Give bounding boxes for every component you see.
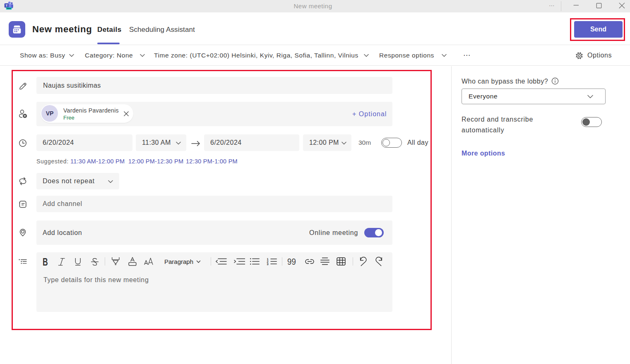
svg-text:NEW: NEW — [7, 7, 11, 10]
svg-text:T: T — [5, 4, 7, 7]
svg-text:3: 3 — [267, 262, 269, 266]
